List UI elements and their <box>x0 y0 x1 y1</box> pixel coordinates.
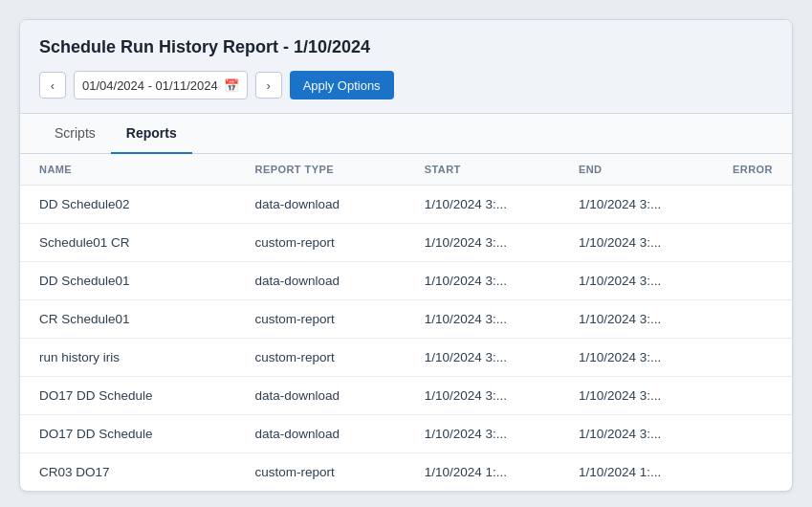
cell-end: 1/10/2024 3:... <box>560 377 713 415</box>
cell-report_type: data-download <box>236 262 406 300</box>
next-button[interactable]: › <box>255 72 282 99</box>
cell-start: 1/10/2024 3:... <box>406 377 560 415</box>
table-row[interactable]: Schedule01 CRcustom-report1/10/2024 3:..… <box>20 224 792 262</box>
cell-report_type: custom-report <box>236 300 406 339</box>
table-row[interactable]: DD Schedule02data-download1/10/2024 3:..… <box>20 186 792 224</box>
cell-report_type: data-download <box>236 186 406 224</box>
cell-name: CR Schedule01 <box>20 300 236 339</box>
cell-end: 1/10/2024 3:... <box>560 224 713 262</box>
table-row[interactable]: DD Schedule01data-download1/10/2024 3:..… <box>20 262 792 300</box>
tab-reports[interactable]: Reports <box>111 114 192 154</box>
table-row[interactable]: CR Schedule01custom-report1/10/2024 3:..… <box>20 300 792 339</box>
cell-end: 1/10/2024 3:... <box>560 186 713 224</box>
cell-start: 1/10/2024 3:... <box>406 300 560 339</box>
cell-report_type: data-download <box>236 415 406 453</box>
table-row[interactable]: DO17 DD Scheduledata-download1/10/2024 3… <box>20 415 792 453</box>
date-range-text: 01/04/2024 - 01/11/2024 <box>82 78 218 93</box>
cell-error <box>713 186 792 224</box>
reports-table: NAME REPORT TYPE START END ERROR DD Sche… <box>20 154 792 491</box>
table-container: NAME REPORT TYPE START END ERROR DD Sche… <box>20 154 792 491</box>
cell-report_type: custom-report <box>236 339 406 377</box>
cell-start: 1/10/2024 3:... <box>406 415 560 453</box>
main-card: Schedule Run History Report - 1/10/2024 … <box>19 19 793 492</box>
cell-report_type: custom-report <box>236 453 406 492</box>
tab-scripts[interactable]: Scripts <box>39 114 111 154</box>
table-row[interactable]: CR03 DO17custom-report1/10/2024 1:...1/1… <box>20 453 792 492</box>
card-header: Schedule Run History Report - 1/10/2024 … <box>20 20 792 114</box>
cell-start: 1/10/2024 1:... <box>406 453 560 492</box>
cell-name: DD Schedule01 <box>20 262 236 300</box>
table-row[interactable]: run history iriscustom-report1/10/2024 3… <box>20 339 792 377</box>
cell-report_type: data-download <box>236 377 406 415</box>
date-range-display: 01/04/2024 - 01/11/2024 📅 <box>74 71 248 99</box>
calendar-icon: 📅 <box>224 78 239 93</box>
cell-start: 1/10/2024 3:... <box>406 224 560 262</box>
cell-error <box>713 300 792 339</box>
page-title: Schedule Run History Report - 1/10/2024 <box>39 37 773 57</box>
col-header-end: END <box>560 154 713 186</box>
cell-name: DO17 DD Schedule <box>20 377 236 415</box>
cell-end: 1/10/2024 3:... <box>560 415 713 453</box>
cell-error <box>713 262 792 300</box>
cell-end: 1/10/2024 3:... <box>560 300 713 339</box>
cell-start: 1/10/2024 3:... <box>406 262 560 300</box>
cell-error <box>713 224 792 262</box>
cell-end: 1/10/2024 3:... <box>560 339 713 377</box>
cell-name: Schedule01 CR <box>20 224 236 262</box>
col-header-error: ERROR <box>713 154 792 186</box>
cell-error <box>713 339 792 377</box>
cell-name: DD Schedule02 <box>20 186 236 224</box>
cell-name: run history iris <box>20 339 236 377</box>
toolbar: ‹ 01/04/2024 - 01/11/2024 📅 › Apply Opti… <box>39 71 773 99</box>
cell-report_type: custom-report <box>236 224 406 262</box>
col-header-start: START <box>406 154 560 186</box>
cell-start: 1/10/2024 3:... <box>406 339 560 377</box>
cell-name: DO17 DD Schedule <box>20 415 236 453</box>
tabs-bar: Scripts Reports <box>20 114 792 154</box>
cell-error <box>713 377 792 415</box>
cell-start: 1/10/2024 3:... <box>406 186 560 224</box>
cell-name: CR03 DO17 <box>20 453 236 492</box>
col-header-report-type: REPORT TYPE <box>236 154 406 186</box>
cell-error <box>713 415 792 453</box>
cell-end: 1/10/2024 3:... <box>560 262 713 300</box>
cell-error <box>713 453 792 492</box>
table-header-row: NAME REPORT TYPE START END ERROR <box>20 154 792 186</box>
cell-end: 1/10/2024 1:... <box>560 453 713 492</box>
table-row[interactable]: DO17 DD Scheduledata-download1/10/2024 3… <box>20 377 792 415</box>
apply-options-button[interactable]: Apply Options <box>290 71 394 99</box>
col-header-name: NAME <box>20 154 236 186</box>
prev-button[interactable]: ‹ <box>39 72 66 99</box>
